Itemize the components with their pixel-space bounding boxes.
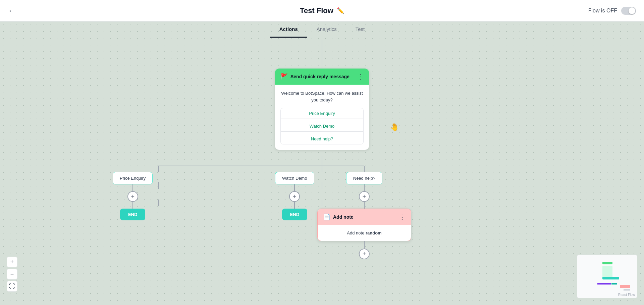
note-node-header-left: 📄 Add note [323,213,354,221]
message-node-header-left: 🚩 Send quick reply message [280,73,350,80]
flow-status-label: Flow is OFF [588,8,617,14]
flow-connectors [0,21,644,305]
connector-v-help2 [364,202,365,209]
add-button-help[interactable]: + [359,191,370,202]
message-node-menu[interactable]: ⋮ [357,73,364,81]
connector-v-price2 [132,202,133,209]
minimap-label: React Flow [618,293,635,297]
quick-reply-price[interactable]: Price Enquiry [281,108,363,119]
note-node-title: Add note [333,214,354,220]
minimap: React Flow [577,255,637,298]
branch-label-price[interactable]: Price Enquiry [113,172,153,184]
connector-v-note [364,241,365,249]
minimap-teal-bar [602,277,619,279]
zoom-out-button[interactable]: − [7,269,17,279]
zoom-controls: + − ⛶ [7,257,17,292]
end-node-price: END [120,209,145,220]
header-center: Test Flow ✏️ [300,6,344,15]
note-node-menu[interactable]: ⋮ [399,213,406,221]
quick-reply-help[interactable]: Need help? [281,134,363,144]
flow-title: Test Flow [300,6,333,15]
quick-reply-demo[interactable]: Watch Demo [281,121,363,132]
back-button[interactable]: ← [8,6,15,15]
minimap-purple-bar [597,283,611,285]
branch-need-help: Need help? + 📄 Add note ⋮ Add note rando… [317,172,411,259]
tab-actions[interactable]: Actions [270,21,307,38]
note-body-bold: random [366,230,382,235]
flow-toggle[interactable] [621,7,636,15]
note-body-prefix: Add note [347,230,366,235]
branch-price-enquiry: Price Enquiry + END [113,172,153,220]
header: ← Test Flow ✏️ Flow is OFF [0,0,644,21]
note-icon: 📄 [323,213,330,221]
add-button-demo[interactable]: + [289,191,300,202]
zoom-fit-button[interactable]: ⛶ [7,281,17,292]
branch-watch-demo: Watch Demo + END [275,172,314,220]
connector-v-demo [294,184,295,191]
connector-v-help [364,184,365,191]
edit-icon[interactable]: ✏️ [337,7,344,14]
zoom-in-button[interactable]: + [7,257,17,267]
end-node-demo: END [282,209,307,220]
tab-test[interactable]: Test [346,21,374,38]
connector-v-price [132,184,133,191]
minimap-node-sm [602,262,612,264]
tab-analytics[interactable]: Analytics [307,21,346,38]
flag-icon: 🚩 [280,73,288,80]
minimap-teal-bar2 [611,283,617,285]
connector-v-demo2 [294,202,295,209]
tabs: Actions Analytics Test [270,21,374,38]
message-node-header: 🚩 Send quick reply message ⋮ [275,69,369,85]
note-node-header: 📄 Add note ⋮ [318,209,411,225]
message-node-title: Send quick reply message [290,74,350,79]
note-node-body: Add note random [318,225,411,241]
cursor-hand: 🤚 [389,122,400,132]
branch-label-help[interactable]: Need help? [346,172,383,184]
header-left: ← [8,6,15,15]
message-text: Welcome to BotSpace! How can we assist y… [280,90,364,103]
add-button-price[interactable]: + [127,191,138,202]
quick-replies: Price Enquiry Watch Demo Need help? [280,108,364,144]
message-node-card: 🚩 Send quick reply message ⋮ Welcome to … [275,69,369,150]
add-button-note[interactable]: + [359,249,370,259]
message-node-body: Welcome to BotSpace! How can we assist y… [275,85,369,150]
branch-label-demo[interactable]: Watch Demo [275,172,314,184]
header-right: Flow is OFF [588,7,636,15]
minimap-red-bar [620,285,630,288]
canvas: Actions Analytics Test 🚩 Send [0,21,644,305]
minimap-gray-bar [624,289,630,291]
note-node-card: 📄 Add note ⋮ Add note random [317,209,411,241]
main-message-node: 🚩 Send quick reply message ⋮ Welcome to … [275,69,369,150]
